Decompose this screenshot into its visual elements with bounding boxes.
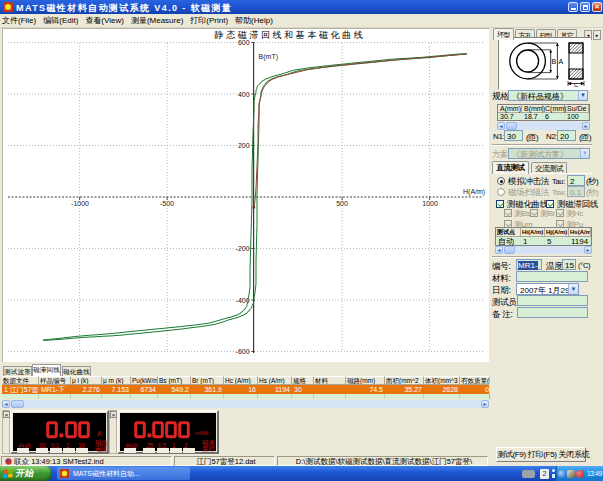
svg-text:-600: -600	[236, 348, 250, 355]
svg-text:C: C	[574, 82, 579, 88]
svg-text:静态磁滞回线和基本磁化曲线: 静态磁滞回线和基本磁化曲线	[214, 30, 366, 40]
svg-text:A: A	[559, 58, 564, 65]
svg-text:H(A/m): H(A/m)	[463, 188, 485, 196]
svg-text:1000: 1000	[422, 200, 438, 207]
svg-text:-500: -500	[160, 200, 174, 207]
svg-text:200: 200	[238, 142, 250, 149]
svg-text:B(mT): B(mT)	[259, 53, 278, 61]
svg-text:400: 400	[238, 91, 250, 98]
svg-text:-1000: -1000	[71, 200, 89, 207]
svg-text:500: 500	[336, 200, 348, 207]
svg-text:-200: -200	[236, 245, 250, 252]
svg-text:600: 600	[238, 39, 250, 46]
svg-text:B: B	[552, 58, 557, 65]
